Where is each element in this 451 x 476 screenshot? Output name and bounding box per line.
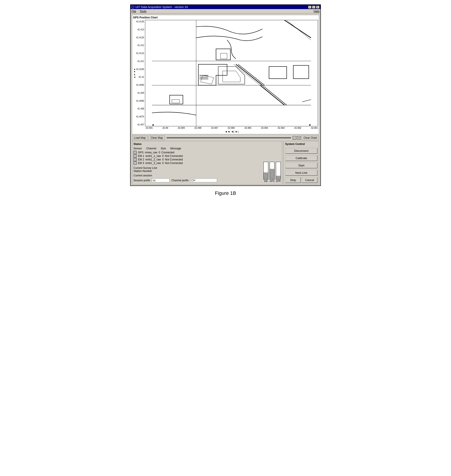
system-control-title: System Control — [285, 142, 318, 146]
status-header-row: Sensor Channel Size Message — [133, 147, 281, 150]
gps-chart-section: GPS Position Chart ▲▼▲◄ 41.4135 41.413 4… — [132, 15, 319, 134]
title-bar: UIT Data Acquisition System - version 33… — [131, 5, 320, 9]
next-line-button[interactable]: Next Line — [285, 170, 318, 176]
sensor-row-em1: EM 1 emb1_1_raw 0 Not Connected — [133, 155, 259, 158]
disconnect-button[interactable]: Disconnect — [285, 148, 318, 154]
session-prefix-label: Session prefix — [133, 179, 150, 182]
gps-icon — [133, 151, 137, 154]
session-label: Current session — [133, 174, 259, 177]
start-button[interactable]: Start — [285, 162, 318, 168]
survey-info: Current Survey Line Station Number — [133, 167, 259, 173]
svg-rect-12 — [172, 100, 180, 103]
gauge-area: EM GPS GPR — [261, 153, 281, 182]
window-title: UIT Data Acquisition System - version 33 — [136, 5, 188, 9]
map-controls: Load Map Clear Map □ ✕ Clear Chart — [132, 136, 319, 140]
svg-point-15 — [309, 124, 311, 126]
clear-map-button[interactable]: Clear Map — [149, 136, 165, 140]
y-axis: 41.4135 41.413 41.4125 41.412 41.4115 41… — [136, 20, 145, 126]
menu-tools[interactable]: Tools — [140, 10, 146, 13]
session-prefix-input[interactable] — [152, 178, 170, 182]
svg-rect-4 — [216, 49, 230, 60]
gauge-gpr: GPR — [276, 162, 281, 182]
svg-point-14 — [153, 124, 154, 126]
session-row: Session prefix Channel prefix — [133, 178, 259, 182]
x-nav-start[interactable]: ◄◄ — [225, 130, 230, 133]
stop-button[interactable]: Stop — [285, 177, 301, 183]
svg-rect-5 — [220, 53, 227, 59]
minimize-chart-button[interactable]: □ — [293, 136, 296, 140]
cancel-button[interactable]: Cancel — [302, 177, 318, 183]
gauge-fill-em — [264, 173, 268, 179]
col-sensor: Sensor — [133, 147, 142, 150]
gauge-em: EM — [263, 162, 268, 182]
x-nav-prev[interactable]: ◄| — [231, 130, 234, 133]
gauge-label-gps: GPS — [270, 180, 274, 182]
system-control: System Control Disconnect Calibrate Star… — [284, 141, 319, 185]
calibrate-button[interactable]: Calibrate — [285, 155, 318, 161]
survey-line-label: Current Survey Line — [133, 167, 259, 170]
em3-icon — [133, 161, 137, 165]
menu-help[interactable]: Help — [313, 10, 319, 13]
maximize-button[interactable]: □ — [312, 6, 315, 9]
close-button[interactable]: ✕ — [316, 6, 319, 9]
gauge-gps: GPS — [270, 162, 275, 182]
channel-prefix-input[interactable] — [190, 178, 217, 182]
col-channel: Channel — [146, 147, 156, 150]
gauge-bar-gpr — [276, 162, 281, 179]
window-icon — [132, 6, 134, 8]
gauge-fill-gps — [270, 169, 274, 179]
gauge-label-gpr: GPR — [276, 180, 281, 182]
status-section: Status Sensor Channel Size Message GPS n… — [132, 141, 282, 185]
x-nav-next[interactable]: ►| — [235, 130, 238, 133]
sensor-row-gps: GPS nmea_raw 0 Connected — [133, 151, 259, 154]
sensor-row-em2: EM 2 emb1_2_raw 0 Not Connected — [133, 158, 259, 161]
gauge-bar-em — [263, 162, 268, 179]
channel-prefix-label: Channel prefix — [171, 179, 188, 182]
sensor-row-em3: EM 3 emb1_3_raw 0 Not Connected — [133, 161, 259, 165]
x-axis-nav: ◄◄ ◄| ►| — [145, 130, 318, 133]
gauge-bar-gps — [270, 162, 275, 179]
svg-rect-6 — [269, 67, 287, 79]
col-message: Message — [170, 147, 181, 150]
col-size: Size — [161, 147, 166, 150]
gauge-fill-gpr — [276, 176, 281, 179]
status-title: Status — [133, 142, 281, 146]
svg-rect-7 — [293, 65, 309, 79]
load-map-button[interactable]: Load Map — [132, 136, 148, 140]
em2-icon — [133, 158, 137, 161]
zoom-slider[interactable] — [167, 137, 291, 138]
main-window: UIT Data Acquisition System - version 33… — [130, 4, 321, 186]
menu-file[interactable]: File — [132, 10, 136, 13]
close-chart-button[interactable]: ✕ — [297, 136, 301, 140]
station-label: Station Number — [133, 170, 259, 173]
figure-caption: Figure 1B — [215, 190, 236, 196]
chart-canvas[interactable] — [145, 20, 318, 126]
minimize-button[interactable]: □ — [308, 6, 312, 9]
gps-chart-label: GPS Position Chart — [133, 16, 318, 19]
x-axis: -92.891 -92.89 -92.889 -92.888 -92.887 -… — [145, 126, 318, 130]
em1-icon — [133, 155, 137, 158]
menu-bar: File Tools Help — [131, 9, 320, 13]
window-controls: □ □ ✕ — [308, 6, 319, 9]
gauge-label-em: EM — [264, 180, 268, 182]
y-scroll-arrows: ▲▼▲◄ — [133, 20, 136, 126]
clear-chart-button[interactable]: Clear Chart — [301, 136, 319, 140]
stop-cancel-row: Stop Cancel — [285, 177, 318, 183]
bottom-area: Status Sensor Channel Size Message GPS n… — [132, 141, 319, 185]
